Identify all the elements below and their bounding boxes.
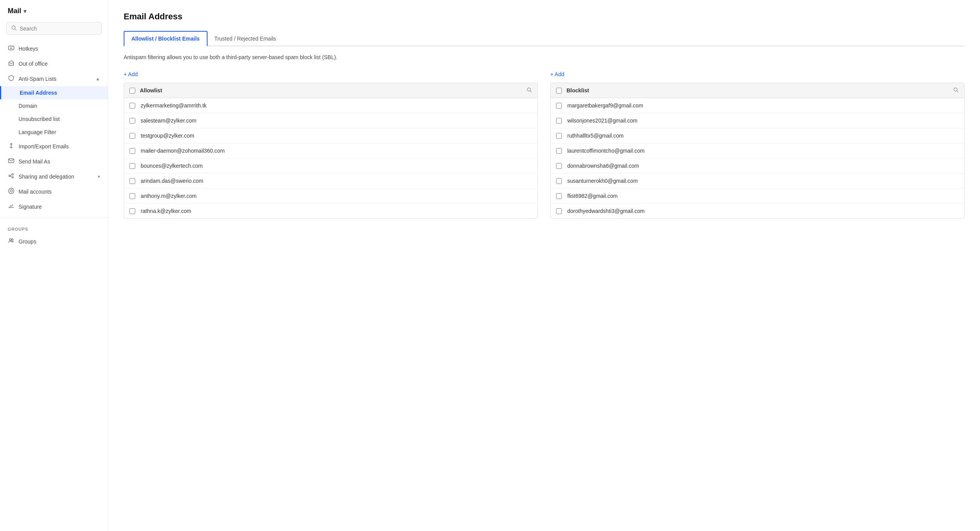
sidebar-item-out-of-office-label: Out of office bbox=[19, 61, 48, 67]
blocklist-header-title: Blocklist bbox=[567, 87, 953, 94]
allowlist-checkbox-1[interactable] bbox=[129, 118, 135, 124]
allowlist-checkbox-2[interactable] bbox=[129, 133, 135, 139]
lists-container: + Add Allowlist zylkermarketing@amrrith bbox=[124, 70, 965, 219]
allowlist-checkbox-4[interactable] bbox=[129, 163, 135, 169]
svg-line-8 bbox=[11, 62, 14, 64]
app-title-text: Mail bbox=[8, 7, 21, 15]
sidebar-item-domain[interactable]: Domain bbox=[0, 99, 108, 112]
svg-rect-10 bbox=[9, 159, 14, 163]
svg-line-22 bbox=[530, 91, 531, 92]
blocklist-checkbox-0[interactable] bbox=[556, 103, 562, 109]
allowlist-email-5: arindam.das@swerio.com bbox=[141, 178, 532, 184]
svg-point-19 bbox=[10, 239, 12, 241]
search-input[interactable] bbox=[20, 26, 97, 32]
tabs-container: Allowlist / Blocklist Emails Trusted / R… bbox=[124, 30, 965, 46]
blocklist-email-0: margaretbakergaf9@gmail.com bbox=[567, 102, 959, 109]
search-icon bbox=[11, 25, 17, 32]
anti-spam-icon bbox=[8, 75, 15, 82]
allowlist-row: bounces@zylkertech.com bbox=[124, 158, 538, 174]
send-mail-as-icon bbox=[8, 158, 15, 165]
blocklist-row: margaretbakergaf9@gmail.com bbox=[551, 98, 964, 113]
page-title: Email Address bbox=[124, 12, 965, 22]
blocklist-row: donnabrownsha6@gmail.com bbox=[551, 158, 964, 174]
description-text: Antispam filtering allows you to use bot… bbox=[124, 54, 965, 60]
blocklist-search-icon[interactable] bbox=[953, 87, 959, 94]
sidebar-item-unsubscribed[interactable]: Unsubscribed list bbox=[0, 112, 108, 126]
sidebar-item-out-of-office[interactable]: Out of office bbox=[0, 56, 108, 71]
blocklist-checkbox-2[interactable] bbox=[556, 133, 562, 139]
sidebar-item-anti-spam-label: Anti-Spam Lists bbox=[19, 76, 56, 82]
blocklist-email-6: flist6982@gmail.com bbox=[567, 193, 959, 199]
svg-line-15 bbox=[10, 176, 12, 177]
svg-point-17 bbox=[10, 190, 12, 192]
blocklist-checkbox-7[interactable] bbox=[556, 208, 562, 214]
sharing-icon bbox=[8, 173, 15, 180]
blocklist-email-5: susanturnerokh0@gmail.com bbox=[567, 178, 959, 184]
allowlist-checkbox-6[interactable] bbox=[129, 193, 135, 199]
allowlist-checkbox-5[interactable] bbox=[129, 178, 135, 184]
allowlist-checkbox-0[interactable] bbox=[129, 103, 135, 109]
svg-point-11 bbox=[9, 175, 10, 177]
sidebar-item-language-filter[interactable]: Language Filter bbox=[0, 126, 108, 139]
allowlist-email-7: rathna.k@zylker.com bbox=[141, 208, 532, 214]
svg-point-20 bbox=[12, 239, 13, 240]
signature-icon bbox=[8, 203, 15, 210]
sidebar-item-hotkeys-label: Hotkeys bbox=[19, 46, 38, 52]
sidebar-item-groups[interactable]: Groups bbox=[0, 234, 108, 249]
sidebar-item-anti-spam[interactable]: Anti-Spam Lists ▲ bbox=[0, 71, 108, 86]
blocklist-row: wilsonjones2021@gmail.com bbox=[551, 113, 964, 128]
allowlist-email-4: bounces@zylkertech.com bbox=[141, 163, 532, 169]
blocklist-row: dorothyedwardshti3@gmail.com bbox=[551, 204, 964, 218]
blocklist-checkbox-1[interactable] bbox=[556, 118, 562, 124]
allowlist-add-button[interactable]: + Add bbox=[124, 70, 138, 79]
search-box[interactable] bbox=[6, 22, 102, 35]
sidebar-item-email-address[interactable]: Email Address bbox=[0, 86, 108, 99]
tab-allowlist-blocklist[interactable]: Allowlist / Blocklist Emails bbox=[124, 31, 208, 46]
sidebar-item-mail-accounts[interactable]: Mail accounts bbox=[0, 184, 108, 199]
svg-point-16 bbox=[9, 188, 14, 194]
svg-line-24 bbox=[957, 91, 958, 92]
sidebar-item-sharing[interactable]: Sharing and delegation ▾ bbox=[0, 169, 108, 184]
blocklist-email-3: laurentcoffimontcho@gmail.com bbox=[567, 148, 959, 154]
sidebar-item-email-address-label: Email Address bbox=[20, 90, 57, 96]
blocklist-checkbox-5[interactable] bbox=[556, 178, 562, 184]
allowlist-email-0: zylkermarketing@amrrith.tk bbox=[141, 102, 532, 109]
main-content: Email Address Allowlist / Blocklist Emai… bbox=[108, 0, 980, 531]
blocklist-checkbox-3[interactable] bbox=[556, 148, 562, 154]
allowlist-header: Allowlist bbox=[124, 83, 538, 98]
sidebar-item-signature[interactable]: Signature bbox=[0, 199, 108, 214]
svg-line-14 bbox=[10, 175, 12, 175]
import-export-icon bbox=[8, 143, 15, 150]
svg-rect-2 bbox=[9, 46, 14, 50]
app-title[interactable]: Mail ▾ bbox=[0, 0, 108, 19]
allowlist-row: anthony.m@zylker.com bbox=[124, 189, 538, 204]
out-of-office-icon bbox=[8, 60, 15, 67]
allowlist-checkbox-3[interactable] bbox=[129, 148, 135, 154]
sidebar-item-groups-label: Groups bbox=[19, 238, 36, 245]
sidebar-item-language-filter-label: Language Filter bbox=[19, 129, 56, 135]
sidebar-item-send-mail-as-label: Send Mail As bbox=[19, 158, 50, 165]
blocklist-row: ruthhalll​tx5@gmail.com bbox=[551, 128, 964, 143]
blocklist-checkbox-6[interactable] bbox=[556, 193, 562, 199]
blocklist-checkbox-4[interactable] bbox=[556, 163, 562, 169]
sidebar-item-import-export[interactable]: Import/Export Emails bbox=[0, 139, 108, 154]
allowlist-column: + Add Allowlist zylkermarketing@amrrith bbox=[124, 70, 538, 219]
sidebar-item-domain-label: Domain bbox=[19, 103, 37, 109]
allowlist-select-all-checkbox[interactable] bbox=[129, 88, 135, 94]
allowlist-checkbox-7[interactable] bbox=[129, 208, 135, 214]
groups-icon bbox=[8, 238, 15, 245]
anti-spam-expand-icon: ▲ bbox=[95, 76, 100, 82]
blocklist-add-button[interactable]: + Add bbox=[550, 70, 564, 79]
sidebar-item-send-mail-as[interactable]: Send Mail As bbox=[0, 154, 108, 169]
sidebar-item-hotkeys[interactable]: Hotkeys bbox=[0, 41, 108, 56]
svg-line-7 bbox=[9, 62, 11, 64]
allowlist-row: mailer-daemon@zohomail360.com bbox=[124, 143, 538, 158]
blocklist-select-all-checkbox[interactable] bbox=[556, 88, 562, 94]
svg-line-1 bbox=[15, 29, 17, 31]
blocklist-email-1: wilsonjones2021@gmail.com bbox=[567, 117, 959, 124]
tab-trusted-rejected[interactable]: Trusted / Rejected Emails bbox=[208, 31, 283, 46]
allowlist-email-2: testgroup@zylker.com bbox=[141, 133, 532, 139]
sidebar-item-signature-label: Signature bbox=[19, 204, 42, 210]
allowlist-search-icon[interactable] bbox=[526, 87, 532, 94]
groups-section-label: GROUPS bbox=[0, 221, 108, 234]
